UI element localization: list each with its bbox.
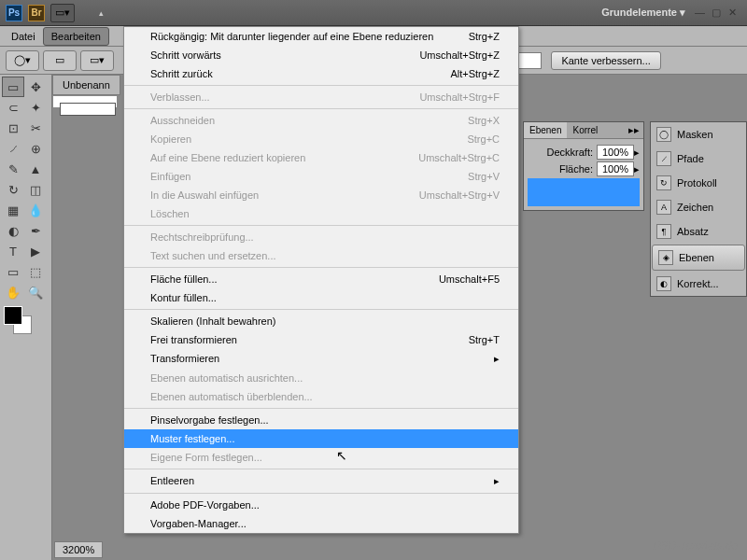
menu-transform[interactable]: Transformieren▸	[124, 349, 518, 369]
menu-spellcheck: Rechtschreibprüfung...	[124, 228, 518, 246]
menu-copy-merged: Auf eine Ebene reduziert kopierenUmschal…	[124, 148, 518, 167]
marquee-shape-select[interactable]: ◯▾	[6, 50, 39, 71]
panel-corrections[interactable]: ◐Korrekt...	[651, 272, 746, 296]
panel-menu-icon[interactable]: ▸▸	[625, 122, 643, 138]
zoom-tool[interactable]: 🔍	[24, 282, 47, 302]
path-select-tool[interactable]: ▶	[24, 241, 47, 261]
menu-pdf-presets[interactable]: Adobe PDF-Vorgaben...	[124, 496, 518, 514]
menu-copy: KopierenStrg+C	[124, 130, 518, 148]
titlebar: Ps Br ▭▾ ▴ Grundelemente ▾ — ▢ ✕	[0, 0, 747, 26]
document-tab[interactable]: Unbenann	[52, 75, 120, 95]
gradient-tool[interactable]: ▦	[2, 200, 24, 220]
fill-label: Fläche:	[559, 163, 593, 175]
menu-undo[interactable]: Rückgängig: Mit darunter liegender auf e…	[124, 27, 518, 46]
tab-layers[interactable]: Ebenen	[524, 122, 567, 138]
healing-tool[interactable]: ⊕	[24, 138, 47, 159]
crop-tool[interactable]: ⊡	[2, 118, 24, 138]
view-mode-button[interactable]: ▭▾	[50, 4, 75, 22]
menu-define-custom: Eigene Form festlegen...	[124, 448, 518, 467]
eraser-tool[interactable]: ◫	[24, 179, 47, 200]
dodge-tool[interactable]: ◐	[2, 220, 24, 241]
cursor-icon: ↖	[336, 448, 347, 463]
pen-tool[interactable]: ✒	[24, 220, 47, 241]
menu-fade: Verblassen...Umschalt+Strg+F	[124, 88, 518, 106]
shape-tool[interactable]: ▭	[2, 261, 24, 282]
menu-step-forward[interactable]: Schritt vorwärtsUmschalt+Strg+Z	[124, 46, 518, 64]
toolbox: ▭✥ ⊂✦ ⊡✂ ⟋⊕ ✎▲ ↻◫ ▦💧 ◐✒ T▶ ▭⬚ ✋🔍	[0, 75, 52, 560]
character-icon: A	[656, 200, 671, 215]
menu-purge[interactable]: Entleeren▸	[124, 471, 518, 491]
opacity-label: Deckkraft:	[546, 147, 593, 158]
type-tool[interactable]: T	[2, 241, 24, 261]
zoom-indicator[interactable]: 3200%	[54, 541, 103, 558]
menu-auto-align: Ebenen automatisch ausrichten...	[124, 369, 518, 387]
menu-preset-manager[interactable]: Vorgaben-Manager...	[124, 514, 518, 533]
edit-menu-dropdown: Rückgängig: Mit darunter liegender auf e…	[123, 26, 519, 534]
layer-item[interactable]	[528, 178, 640, 206]
menu-clear: Löschen	[124, 204, 518, 223]
selection-mode-2[interactable]: ▭▾	[80, 50, 114, 71]
ruler-tick: ▴	[99, 8, 104, 18]
menu-paste: EinfügenStrg+V	[124, 167, 518, 186]
close-button[interactable]: ✕	[728, 7, 741, 20]
masks-icon: ◯	[656, 127, 671, 142]
blur-tool[interactable]: 💧	[24, 200, 47, 220]
move-tool[interactable]: ✥	[24, 77, 47, 97]
opacity-input[interactable]	[597, 145, 634, 160]
menu-auto-blend: Ebenen automatisch überblenden...	[124, 387, 518, 406]
panel-paragraph[interactable]: ¶Absatz	[651, 219, 746, 244]
menu-edit[interactable]: Bearbeiten	[43, 27, 109, 46]
workspace-switcher[interactable]: Grundelemente ▾	[601, 7, 685, 19]
bridge-icon[interactable]: Br	[28, 5, 45, 21]
maximize-button[interactable]: ▢	[712, 7, 725, 20]
side-panels: ◯Masken ⟋Pfade ↻Protokoll AZeichen ¶Absa…	[650, 121, 747, 297]
history-icon: ↻	[656, 175, 671, 190]
history-brush-tool[interactable]: ↻	[2, 179, 24, 200]
wand-tool[interactable]: ✦	[24, 97, 47, 118]
photoshop-icon[interactable]: Ps	[6, 5, 22, 21]
color-swatch[interactable]	[4, 306, 32, 334]
menu-paste-into: In die Auswahl einfügenUmschalt+Strg+V	[124, 186, 518, 204]
layers-panel: Ebenen Korrel ▸▸ Deckkraft:▸ Fläche:▸	[523, 121, 644, 211]
panel-character[interactable]: AZeichen	[651, 195, 746, 219]
lasso-tool[interactable]: ⊂	[2, 97, 24, 118]
menu-free-transform[interactable]: Frei transformierenStrg+T	[124, 330, 518, 349]
selection-mode[interactable]: ▭	[43, 50, 77, 71]
panel-masks[interactable]: ◯Masken	[651, 122, 746, 147]
menu-define-pattern[interactable]: Muster festlegen...	[124, 429, 518, 448]
slice-tool[interactable]: ✂	[24, 118, 47, 138]
menu-find-replace: Text suchen und ersetzen...	[124, 246, 518, 265]
marquee-tool[interactable]: ▭	[2, 77, 24, 97]
hand-tool[interactable]: ✋	[2, 282, 24, 302]
correct-icon: ◐	[656, 276, 671, 291]
refine-edge-button[interactable]: Kante verbessern...	[551, 51, 660, 70]
fill-input[interactable]	[597, 161, 634, 176]
tab-corrections[interactable]: Korrel	[567, 122, 603, 138]
panel-paths[interactable]: ⟋Pfade	[651, 147, 746, 171]
minimize-button[interactable]: —	[695, 7, 708, 20]
paths-icon: ⟋	[656, 151, 671, 166]
menu-define-brush[interactable]: Pinselvorgabe festlegen...	[124, 411, 518, 429]
menu-file[interactable]: Datei	[4, 28, 43, 45]
brush-tool[interactable]: ✎	[2, 159, 24, 179]
menu-content-scale[interactable]: Skalieren (Inhalt bewahren)	[124, 312, 518, 330]
watermark: PSD-Tutorials.de	[654, 539, 738, 553]
menu-step-back[interactable]: Schritt zurückAlt+Strg+Z	[124, 64, 518, 83]
menu-cut: AusschneidenStrg+X	[124, 111, 518, 130]
panel-history[interactable]: ↻Protokoll	[651, 171, 746, 195]
paragraph-icon: ¶	[656, 224, 671, 239]
menu-fill[interactable]: Fläche füllen...Umschalt+F5	[124, 270, 518, 288]
fg-color[interactable]	[4, 306, 22, 325]
stamp-tool[interactable]: ▲	[24, 159, 47, 179]
eyedropper-tool[interactable]: ⟋	[2, 138, 24, 159]
panel-layers[interactable]: ◈Ebenen	[652, 245, 745, 271]
3d-tool[interactable]: ⬚	[24, 261, 47, 282]
layers-icon: ◈	[658, 250, 673, 265]
canvas[interactable]	[60, 103, 116, 116]
menu-stroke[interactable]: Kontur füllen...	[124, 288, 518, 307]
